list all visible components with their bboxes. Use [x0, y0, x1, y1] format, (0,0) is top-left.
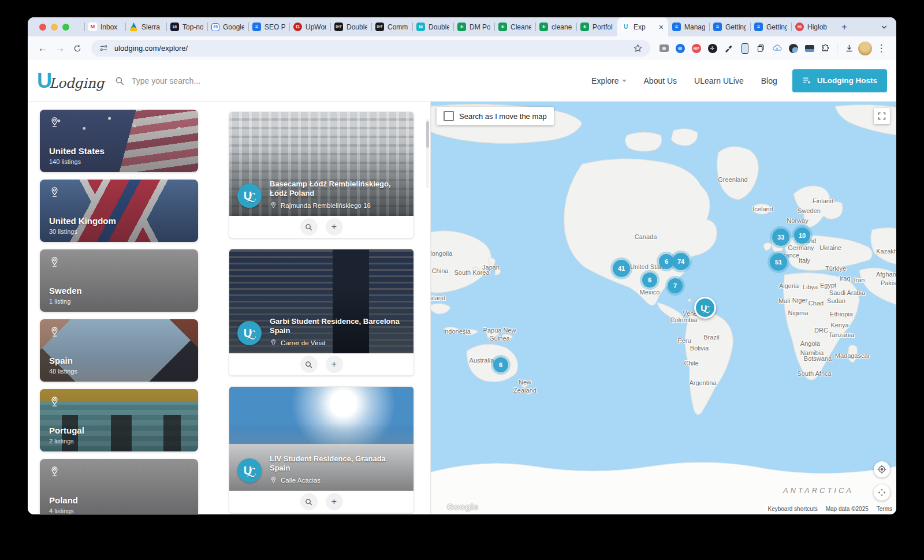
back-button[interactable]: ← — [35, 40, 51, 57]
map-country-label: Nigeria — [788, 309, 808, 318]
listing-card[interactable]: UℒLIV Student Residence, Granada SpainCa… — [229, 386, 414, 513]
map-country-label: Australia — [470, 357, 494, 365]
fullscreen-button[interactable] — [874, 108, 890, 124]
new-tab-button[interactable]: + — [837, 20, 852, 35]
globe-extension-icon[interactable] — [788, 43, 799, 54]
tab-upwor[interactable]: GUpWor — [289, 17, 330, 36]
tab-manag[interactable]: ≡Manag — [668, 17, 709, 36]
my-location-button[interactable] — [874, 461, 890, 477]
country-card-united-kingdom[interactable]: United Kingdom30 listings — [40, 180, 198, 242]
tab-getting[interactable]: ≡Getting — [750, 17, 791, 36]
tab-seo-pr[interactable]: ≡SEO Pr — [248, 17, 289, 36]
map-cluster-marker[interactable]: 51 — [770, 253, 787, 271]
camera-extension-icon[interactable] — [658, 43, 669, 54]
ulodging-map-marker[interactable]: Uℒ — [694, 297, 716, 319]
url-text[interactable]: ulodging.com/explore/ — [114, 44, 627, 53]
adblock-extension-icon[interactable]: ABP — [691, 43, 702, 54]
dark-circle-extension-icon[interactable]: ✛ — [707, 43, 718, 54]
extensions-puzzle-icon[interactable] — [820, 43, 831, 54]
ulodging-logo[interactable]: U Lodging — [37, 70, 102, 91]
tab-dm-po[interactable]: +DM Po — [453, 17, 494, 36]
country-card-poland[interactable]: Poland4 listings — [40, 459, 198, 514]
map-cluster-marker[interactable]: 6 — [642, 272, 657, 288]
listing-card[interactable]: UℒBasecamp Łódź Rembielińskiego, Łódź Po… — [229, 111, 414, 238]
forward-button[interactable]: → — [52, 40, 68, 57]
ulodging-hosts-button[interactable]: ULodging Hosts — [792, 69, 887, 92]
copy-pages-extension-icon[interactable] — [755, 43, 766, 54]
tab-getting[interactable]: ≡Getting — [709, 17, 750, 36]
map-cluster-marker[interactable]: 10 — [794, 227, 810, 244]
tab-portfol[interactable]: +Portfol — [576, 17, 617, 36]
zoom-to-listing-button[interactable] — [300, 218, 318, 236]
add-listing-button[interactable]: + — [326, 356, 343, 373]
search-as-move-checkbox[interactable] — [444, 111, 454, 121]
tab-double[interactable]: MDouble — [412, 17, 453, 36]
browser-menu-button[interactable]: ⋮ — [873, 40, 889, 57]
tab-comm[interactable]: DYFComm — [371, 17, 412, 36]
scrollbar-thumb[interactable] — [426, 121, 429, 148]
terms-link[interactable]: Terms — [877, 506, 892, 512]
tab-cleane[interactable]: +Cleane — [494, 17, 535, 36]
map-cluster-marker[interactable]: 74 — [672, 253, 690, 270]
country-card-united-states[interactable]: United States140 listings — [40, 110, 198, 172]
minimize-window-button[interactable] — [51, 24, 58, 31]
tab-top-no[interactable]: UiTop-no — [166, 17, 207, 36]
map-cluster-marker[interactable]: 41 — [613, 260, 630, 277]
address-bar[interactable]: ulodging.com/explore/ — [91, 40, 650, 57]
tab-label: Sierra — [141, 23, 162, 31]
site-settings-icon[interactable] — [98, 43, 109, 54]
listing-card[interactable]: UℒGarbí Student Residence, Barcelona Spa… — [229, 249, 414, 376]
docs-blue-favicon-icon: ≡ — [252, 23, 261, 31]
zoom-to-listing-button[interactable] — [300, 356, 318, 373]
blue-circle-extension-icon[interactable]: ◎ — [675, 43, 685, 54]
country-listing-count: 1 listing — [49, 298, 189, 305]
map-cluster-marker[interactable]: 33 — [772, 229, 789, 246]
add-listing-button[interactable]: + — [326, 493, 343, 510]
add-listing-button[interactable]: + — [326, 218, 343, 236]
pan-map-button[interactable] — [874, 484, 890, 501]
google-logo[interactable]: Google — [447, 502, 479, 512]
profile-avatar[interactable] — [858, 42, 872, 55]
listing-photo[interactable]: UℒBasecamp Łódź Rembielińskiego, Łódź Po… — [229, 112, 413, 216]
site-search[interactable] — [114, 76, 375, 86]
listing-photo[interactable]: UℒGarbí Student Residence, Barcelona Spa… — [229, 249, 413, 353]
tab-inbox[interactable]: MInbox — [84, 17, 125, 36]
map-cluster-marker[interactable]: 6 — [493, 357, 508, 372]
keyboard-shortcuts-link[interactable]: Keyboard shortcuts — [768, 506, 818, 512]
map-data-text: Map data ©2025 — [826, 506, 869, 512]
tab-google[interactable]: 25Google — [207, 17, 248, 36]
tab-higlob[interactable]: HiHiglob — [791, 17, 832, 36]
tab-close-icon[interactable]: × — [658, 23, 664, 31]
window-controls — [39, 24, 69, 31]
country-card-spain[interactable]: Spain48 listings — [40, 319, 198, 382]
bookmark-star-icon[interactable] — [632, 43, 643, 54]
tab-cleane[interactable]: +cleane — [535, 17, 576, 36]
tab-search-chevron-icon[interactable] — [880, 23, 888, 31]
map-country-label: Colombia — [670, 316, 697, 324]
listings-scrollbar[interactable] — [426, 119, 429, 188]
map-country-label: Japan — [482, 264, 500, 272]
eyedropper-extension-icon[interactable] — [723, 43, 734, 54]
map[interactable]: GreenlandIcelandFinlandSwedenNorwayCanad… — [430, 102, 896, 514]
tab-double[interactable]: DYFDouble — [330, 17, 371, 36]
close-window-button[interactable] — [39, 24, 46, 31]
tab-sierra[interactable]: Sierra — [125, 17, 166, 36]
zoom-to-listing-button[interactable] — [300, 493, 318, 510]
map-cluster-marker[interactable]: 7 — [668, 278, 683, 293]
country-card-sweden[interactable]: Sweden1 listing — [40, 249, 198, 312]
nav-explore[interactable]: Explore — [591, 76, 626, 85]
downloads-button[interactable] — [841, 40, 857, 57]
nav-about-us[interactable]: About Us — [644, 76, 677, 85]
listing-photo[interactable]: UℒLIV Student Residence, Granada SpainCa… — [229, 387, 413, 491]
nav-blog[interactable]: Blog — [761, 76, 777, 85]
tab-exp[interactable]: UExp× — [617, 17, 668, 36]
search-input[interactable] — [131, 76, 375, 86]
reload-button[interactable] — [69, 40, 85, 57]
device-extension-icon[interactable] — [739, 43, 750, 54]
zoom-window-button[interactable] — [62, 24, 69, 31]
nav-ulearn-ulive[interactable]: ULearn ULive — [694, 76, 744, 85]
country-name: Portugal — [49, 425, 189, 435]
cloud-download-extension-icon[interactable] — [772, 43, 783, 54]
screenshot-extension-icon[interactable] — [804, 43, 815, 54]
country-card-portugal[interactable]: Portugal2 listings — [40, 389, 198, 451]
